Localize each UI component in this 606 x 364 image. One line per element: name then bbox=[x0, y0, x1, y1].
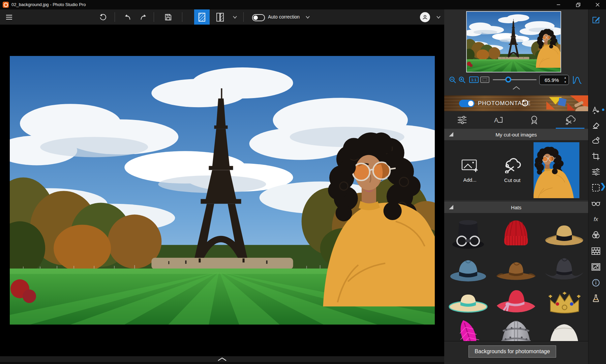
window-title: 02_background.jpg - Photo Studio Pro bbox=[11, 2, 86, 7]
split-view-button[interactable] bbox=[212, 9, 228, 25]
minimize-button[interactable] bbox=[551, 0, 566, 9]
right-panel: 1:1 65.9% ▲▼ PHOTOMONTAGE bbox=[444, 9, 588, 364]
hat-gold-crown[interactable] bbox=[543, 285, 585, 315]
fit-to-screen-button[interactable] bbox=[480, 77, 489, 83]
texture-icon[interactable] bbox=[592, 247, 600, 255]
hat-brown-cowboy[interactable] bbox=[495, 255, 537, 283]
hat-black-top-hat-with-goggles[interactable] bbox=[447, 215, 489, 252]
eraser-icon[interactable] bbox=[592, 121, 600, 130]
app-logo-icon bbox=[3, 2, 9, 8]
hats-section-title: Hats bbox=[511, 205, 521, 210]
crop-icon[interactable] bbox=[592, 152, 600, 161]
text-effects-icon[interactable] bbox=[592, 106, 600, 115]
toolbar-separator bbox=[115, 12, 115, 22]
zoom-in-icon[interactable] bbox=[458, 75, 466, 84]
tab-text[interactable]: A bbox=[480, 111, 516, 129]
cut-out-button[interactable]: Cut out bbox=[495, 140, 529, 200]
app-window: 02_background.jpg - Photo Studio Pro bbox=[0, 0, 606, 364]
picture-frame-icon[interactable] bbox=[592, 263, 600, 271]
single-view-button[interactable] bbox=[194, 9, 210, 25]
tooltip-text: Backgrounds for photomontage bbox=[475, 348, 550, 355]
hat-black-cowboy[interactable] bbox=[543, 253, 585, 284]
main-toolbar: Auto correction bbox=[0, 9, 444, 25]
zoom-slider-track[interactable] bbox=[493, 79, 537, 80]
toolbar-separator bbox=[182, 12, 182, 22]
tab-adjustments[interactable] bbox=[444, 111, 480, 129]
account-avatar[interactable] bbox=[420, 12, 430, 22]
add-image-icon bbox=[461, 158, 479, 173]
active-tool-dot bbox=[602, 109, 604, 111]
cutout-thumbnail-woman[interactable] bbox=[534, 142, 579, 198]
info-icon[interactable] bbox=[592, 278, 600, 287]
expand-panel-chevron[interactable]: ❯ bbox=[600, 182, 606, 191]
zoom-controls: 1:1 65.9% ▲▼ bbox=[444, 75, 588, 86]
hat-red-knit-beanie[interactable] bbox=[495, 215, 537, 252]
tooltip: Backgrounds for photomontage bbox=[468, 345, 556, 358]
hat-straw-teal-band[interactable] bbox=[447, 286, 489, 314]
cut-out-label: Cut out bbox=[504, 177, 520, 183]
cutout-section-header[interactable]: My cut-out images bbox=[444, 129, 588, 140]
collapse-triangle-icon bbox=[449, 132, 453, 136]
histogram-icon[interactable] bbox=[572, 75, 582, 84]
restore-button[interactable] bbox=[570, 0, 586, 9]
edit-note-icon[interactable] bbox=[592, 16, 600, 24]
reset-icon[interactable] bbox=[98, 13, 107, 21]
cut-out-cloud-scissors-icon bbox=[504, 158, 521, 173]
bottom-edge bbox=[0, 362, 444, 364]
cutout-section-title: My cut-out images bbox=[495, 132, 537, 138]
editor-canvas[interactable] bbox=[0, 25, 444, 356]
tangram-graphic bbox=[527, 95, 588, 111]
hat-straw-cowboy[interactable] bbox=[543, 217, 585, 250]
hat-red-sun-hat[interactable] bbox=[495, 285, 537, 315]
hats-section-header[interactable]: Hats bbox=[444, 202, 588, 213]
undo-button[interactable] bbox=[123, 13, 132, 21]
panel-tabs: A bbox=[444, 111, 588, 129]
add-image-label: Add... bbox=[463, 177, 476, 183]
navigator-preview[interactable] bbox=[466, 11, 561, 72]
account-chevron[interactable] bbox=[434, 13, 443, 21]
photomontage-toggle[interactable] bbox=[459, 100, 475, 107]
tab-cutout[interactable] bbox=[552, 111, 588, 129]
hats-section-body bbox=[444, 213, 588, 341]
cutout-section-body: Add... Cut out bbox=[444, 140, 588, 200]
auto-correction-chevron[interactable] bbox=[303, 13, 312, 21]
bottom-panel-handle[interactable] bbox=[0, 356, 444, 362]
save-button[interactable] bbox=[164, 13, 173, 21]
photomontage-banner[interactable]: PHOTOMONTAGE bbox=[444, 95, 588, 111]
effects-fx-icon[interactable]: fx bbox=[592, 215, 600, 224]
toolbar-separator bbox=[154, 12, 154, 22]
lab-flask-icon[interactable] bbox=[592, 294, 600, 303]
zoom-out-icon[interactable] bbox=[448, 75, 457, 84]
color-blend-icon[interactable] bbox=[592, 231, 600, 239]
adjustments-icon[interactable] bbox=[592, 168, 600, 176]
collapse-triangle-icon bbox=[449, 205, 453, 209]
toolbar-separator bbox=[243, 12, 244, 22]
sky-replace-icon[interactable] bbox=[592, 136, 600, 145]
view-options-chevron[interactable] bbox=[231, 13, 239, 21]
hat-blue-fedora[interactable] bbox=[447, 254, 489, 284]
auto-correction-toggle[interactable] bbox=[252, 14, 265, 21]
title-bar: 02_background.jpg - Photo Studio Pro bbox=[0, 0, 606, 9]
selection-icon[interactable] bbox=[592, 183, 600, 192]
right-tool-strip: fx ❯ bbox=[588, 9, 606, 364]
close-button[interactable] bbox=[590, 0, 605, 9]
redo-button[interactable] bbox=[139, 13, 148, 21]
hat-pink-feather[interactable] bbox=[447, 315, 489, 341]
fx-label: fx bbox=[594, 216, 598, 223]
hat-white-helmet[interactable] bbox=[543, 315, 585, 341]
tab-stickers[interactable] bbox=[516, 111, 552, 129]
zoom-slider-handle[interactable] bbox=[505, 77, 511, 83]
auto-correction-label: Auto correction bbox=[268, 14, 300, 20]
menu-button[interactable] bbox=[5, 13, 13, 21]
red-eye-glasses-icon[interactable] bbox=[592, 199, 600, 208]
add-image-button[interactable]: Add... bbox=[454, 140, 486, 200]
zoom-1to1-button[interactable]: 1:1 bbox=[469, 77, 479, 83]
photo-eiffel-tower-woman[interactable] bbox=[10, 56, 435, 325]
photomontage-reset-icon[interactable] bbox=[520, 99, 528, 107]
hat-medieval-helmet[interactable] bbox=[495, 315, 537, 341]
zoom-spinner[interactable]: ▲▼ bbox=[563, 76, 568, 84]
panel-collapse-chevron[interactable] bbox=[444, 86, 588, 90]
